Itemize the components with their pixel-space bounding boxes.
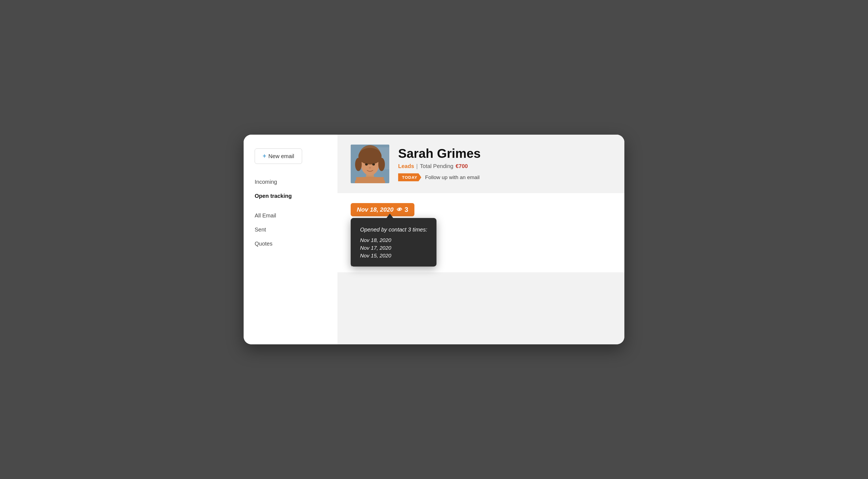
contact-info: Sarah Grimes Leads | Total Pending €700 …	[398, 147, 611, 182]
main-content: Sarah Grimes Leads | Total Pending €700 …	[337, 134, 624, 345]
open-tracking-tooltip: Opened by contact 3 times: Nov 18, 2020 …	[351, 218, 436, 267]
new-email-button[interactable]: + New email	[255, 148, 302, 164]
contact-card: Sarah Grimes Leads | Total Pending €700 …	[337, 134, 624, 193]
svg-point-9	[372, 163, 375, 166]
sidebar-item-open-tracking[interactable]: Open tracking	[255, 189, 327, 203]
sidebar-item-incoming[interactable]: Incoming	[255, 175, 327, 189]
today-badge: TODAY	[398, 173, 421, 181]
tooltip-title: Opened by contact 3 times:	[360, 226, 427, 233]
sidebar-item-all-email[interactable]: All Email	[255, 209, 327, 223]
plus-icon: +	[263, 153, 266, 160]
sidebar: + New email Incoming Open tracking All E…	[244, 134, 337, 345]
eye-icon: 👁	[396, 207, 402, 213]
pending-amount: €700	[456, 163, 468, 170]
svg-point-6	[355, 158, 362, 171]
tooltip-date-3: Nov 15, 2020	[360, 253, 427, 259]
email-date-badge[interactable]: Nov 18, 2020 👁 3	[351, 203, 414, 216]
sidebar-item-sent[interactable]: Sent	[255, 223, 327, 237]
svg-point-10	[369, 167, 371, 169]
svg-point-5	[359, 148, 381, 164]
svg-point-8	[365, 163, 368, 166]
pending-label: Total Pending	[420, 163, 453, 170]
svg-point-7	[378, 158, 385, 171]
tooltip-dates: Nov 18, 2020 Nov 17, 2020 Nov 15, 2020	[360, 237, 427, 259]
app-container: + New email Incoming Open tracking All E…	[244, 134, 624, 345]
tooltip-date-2: Nov 17, 2020	[360, 245, 427, 251]
new-email-label: New email	[269, 153, 294, 159]
tooltip-date-1: Nov 18, 2020	[360, 237, 427, 243]
sidebar-item-quotes[interactable]: Quotes	[255, 237, 327, 251]
email-date: Nov 18, 2020	[357, 206, 394, 213]
contact-avatar	[351, 145, 389, 183]
contact-name: Sarah Grimes	[398, 147, 611, 160]
email-section: Nov 18, 2020 👁 3 Opened by contact 3 tim…	[337, 193, 624, 226]
contact-meta: Leads | Total Pending €700	[398, 163, 611, 170]
svg-rect-12	[356, 177, 384, 183]
view-count: 3	[404, 206, 408, 214]
meta-separator: |	[416, 163, 418, 170]
follow-up-row: TODAY Follow up with an email	[398, 173, 611, 181]
sidebar-navigation: Incoming Open tracking All Email Sent Qu…	[255, 175, 327, 251]
contact-category: Leads	[398, 163, 414, 170]
follow-up-text: Follow up with an email	[425, 174, 479, 180]
